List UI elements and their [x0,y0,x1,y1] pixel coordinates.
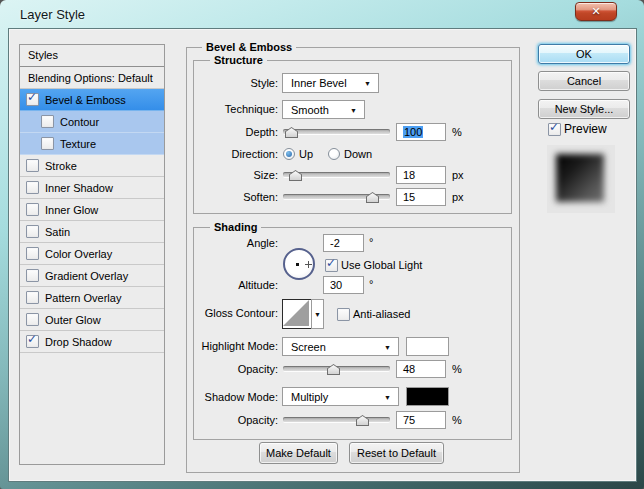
altitude-unit: ° [369,277,373,291]
gloss-contour-thumbnail[interactable] [282,299,312,329]
angle-unit: ° [369,235,373,249]
style-item-contour[interactable]: ✓ Contour [20,111,164,133]
list-item-label: Outer Glow [45,314,101,326]
size-unit: px [452,168,464,182]
opacity1-label: Opacity: [193,362,278,376]
shadow-opacity-input[interactable]: 75 [396,411,446,429]
shading-group-title: Shading [210,221,261,234]
close-icon: ✕ [591,6,600,17]
list-item-label: Color Overlay [45,248,112,260]
styles-panel: Styles Blending Options: Default ✓ Bevel… [19,44,165,465]
preview-label[interactable]: Preview [564,122,607,136]
pattern-overlay-checkbox[interactable]: ✓ [26,291,39,304]
drop-shadow-checkbox[interactable]: ✓ [26,335,39,348]
direction-down-label[interactable]: Down [344,147,372,161]
close-button[interactable]: ✕ [575,2,617,21]
stroke-checkbox[interactable]: ✓ [26,159,39,172]
style-item-stroke[interactable]: ✓ Stroke [20,155,164,177]
list-item-label: Inner Glow [45,204,98,216]
depth-slider-track[interactable] [283,129,390,134]
titlebar[interactable]: Layer Style ✕ [0,0,644,28]
list-item-label: Blending Options: Default [28,72,153,84]
contour-shape [283,300,309,326]
direction-up-label[interactable]: Up [299,147,313,161]
inner-glow-checkbox[interactable]: ✓ [26,203,39,216]
layer-style-dialog: Layer Style ✕ Styles Blending Options: D… [0,0,644,489]
chevron-down-icon: ▼ [384,343,391,350]
list-item-label: Bevel & Emboss [45,94,126,106]
size-input[interactable]: 18 [396,166,446,184]
highlight-mode-dropdown[interactable]: Screen ▼ [282,337,399,356]
altitude-input[interactable]: 30 [323,276,364,294]
style-item-inner-shadow[interactable]: ✓ Inner Shadow [20,177,164,199]
style-dropdown[interactable]: Inner Bevel ▼ [282,73,379,93]
texture-checkbox[interactable]: ✓ [41,137,54,150]
angle-dial-center-dot [296,263,299,266]
angle-dial[interactable] [283,248,315,280]
direction-down-radio[interactable] [328,148,340,160]
style-item-color-overlay[interactable]: ✓ Color Overlay [20,243,164,265]
style-item-drop-shadow[interactable]: ✓ Drop Shadow [20,331,164,353]
style-dropdown-value: Inner Bevel [291,77,347,89]
anti-aliased-checkbox[interactable]: ✓ [337,308,350,321]
style-item-blending-options[interactable]: Blending Options: Default [20,67,164,89]
use-global-light-checkbox[interactable]: ✓ [325,259,338,272]
direction-label: Direction: [193,147,278,161]
chevron-down-icon: ▼ [314,311,321,318]
use-global-light-label[interactable]: Use Global Light [341,258,422,272]
soften-input[interactable]: 15 [396,188,446,206]
size-label: Size: [193,168,278,182]
angle-label: Angle: [193,236,278,250]
cancel-button[interactable]: Cancel [538,71,630,91]
style-item-bevel-emboss[interactable]: ✓ Bevel & Emboss [20,89,164,111]
highlight-mode-label: Highlight Mode: [193,339,278,353]
bevel-emboss-checkbox[interactable]: ✓ [26,93,39,106]
shadow-color-swatch[interactable] [406,387,449,406]
list-item-label: Gradient Overlay [45,270,128,282]
depth-input[interactable]: 100 [396,123,446,141]
ok-button[interactable]: OK [538,44,630,64]
style-item-inner-glow[interactable]: ✓ Inner Glow [20,199,164,221]
list-item-label: Pattern Overlay [45,292,121,304]
new-style-button[interactable]: New Style... [538,99,630,119]
highlight-color-swatch[interactable] [406,337,449,356]
shadow-mode-label: Shadow Mode: [193,390,278,404]
list-item-label: Inner Shadow [45,182,113,194]
bevel-emboss-group-title: Bevel & Emboss [202,41,296,54]
style-item-outer-glow[interactable]: ✓ Outer Glow [20,309,164,331]
window-title: Layer Style [20,7,85,22]
check-icon: ✓ [27,91,37,103]
gloss-contour-dropdown[interactable]: ▼ [311,299,324,329]
reset-to-default-button[interactable]: Reset to Default [349,442,444,464]
style-item-satin[interactable]: ✓ Satin [20,221,164,243]
depth-label: Depth: [193,125,278,139]
soften-label: Soften: [193,190,278,204]
opacity2-unit: % [452,413,462,427]
structure-group-title: Structure [210,54,267,67]
contour-checkbox[interactable]: ✓ [41,115,54,128]
anti-aliased-label[interactable]: Anti-aliased [353,307,410,321]
depth-unit: % [452,125,462,139]
style-item-texture[interactable]: ✓ Texture [20,133,164,155]
outer-glow-checkbox[interactable]: ✓ [26,313,39,326]
gradient-overlay-checkbox[interactable]: ✓ [26,269,39,282]
preview-checkbox[interactable]: ✓ [548,123,561,136]
style-item-pattern-overlay[interactable]: ✓ Pattern Overlay [20,287,164,309]
style-item-gradient-overlay[interactable]: ✓ Gradient Overlay [20,265,164,287]
color-overlay-checkbox[interactable]: ✓ [26,247,39,260]
shadow-opacity-slider-track[interactable] [283,417,390,422]
style-preview-thumbnail [547,145,615,213]
chevron-down-icon: ▼ [350,106,357,113]
highlight-opacity-input[interactable]: 48 [396,360,446,378]
technique-dropdown[interactable]: Smooth ▼ [282,100,365,119]
make-default-button[interactable]: Make Default [259,442,338,464]
gloss-contour-label: Gloss Contour: [193,306,278,320]
style-preview-swatch [556,154,604,202]
highlight-mode-value: Screen [291,341,326,353]
direction-up-radio[interactable] [283,148,295,160]
angle-dial-pointer-icon [308,261,309,268]
angle-input[interactable]: -2 [323,234,364,252]
shadow-mode-dropdown[interactable]: Multiply ▼ [282,387,399,406]
satin-checkbox[interactable]: ✓ [26,225,39,238]
inner-shadow-checkbox[interactable]: ✓ [26,181,39,194]
